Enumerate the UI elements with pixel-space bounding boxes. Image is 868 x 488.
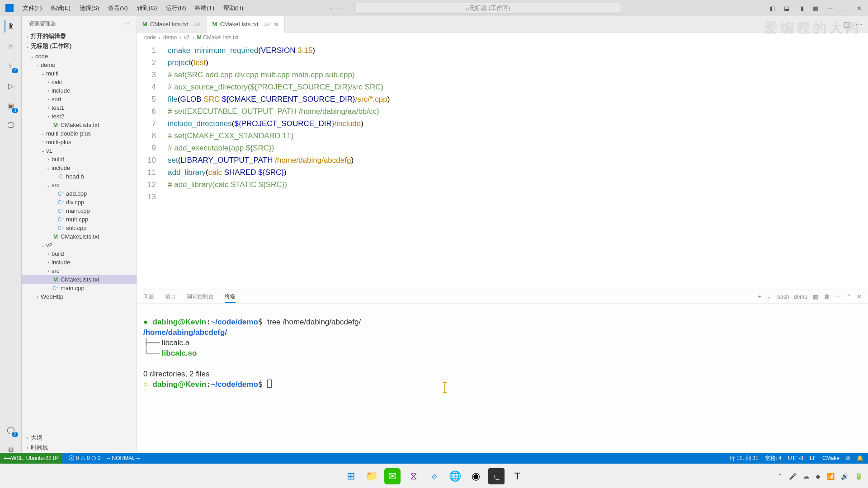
menu-item[interactable]: 转到(G) [133,3,161,13]
tree-folder[interactable]: ⌄demo [22,61,137,69]
remote-explorer-icon[interactable]: 🖵 [5,119,17,132]
status-encoding[interactable]: UTF-8 [788,455,803,461]
workspace-section[interactable]: ⌄无标题 (工作区) [22,41,137,51]
breadcrumb[interactable]: code›demo›v2›M CMakeLists.txt [137,33,868,42]
tray-volume-icon[interactable]: 🔊 [841,473,849,480]
code-editor[interactable]: 1 2 3 4 5 6 7 8 9 10 11 12 13 cmake_mini… [137,42,868,290]
status-indent[interactable]: 空格: 4 [765,455,782,462]
tree-file[interactable]: C⁺main.cpp [22,206,137,215]
tree-folder[interactable]: ›test2 [22,112,137,121]
breadcrumb-item[interactable]: demo [163,34,177,41]
open-editors-section[interactable]: ›打开的编辑器 [22,31,137,41]
menu-item[interactable]: 查看(V) [104,3,131,13]
close-tab-icon[interactable]: ✕ [274,21,279,28]
menu-item[interactable]: 文件(F) [19,3,46,13]
tree-file[interactable]: C⁺main.cpp [22,284,137,292]
menu-item[interactable]: 帮助(H) [220,3,247,13]
tree-file[interactable]: MCMakeLists.txt [22,121,137,129]
visualstudio-icon[interactable]: ⧖ [405,468,421,484]
run-debug-icon[interactable]: ▷ [5,80,17,92]
editor-tab[interactable]: MCMakeLists.txt .../v1 [137,16,207,33]
tray-app-icon[interactable]: ◆ [816,473,821,480]
maximize-panel-icon[interactable]: ⌃ [846,293,851,300]
tree-folder[interactable]: ⌄code [22,52,137,61]
editor-tab[interactable]: MCMakeLists.txt .../v2✕ [207,16,285,33]
tree-folder[interactable]: ›src [22,267,137,275]
breadcrumb-item[interactable]: v2 [184,34,190,41]
status-cursor-pos[interactable]: 行 11, 列 31 [730,455,759,462]
code-content[interactable]: cmake_minimum_required(VERSION 3.15) pro… [164,42,868,290]
tree-file[interactable]: MCMakeLists.txt [22,275,137,284]
source-control-icon[interactable]: ⑂2 [5,60,17,72]
menu-item[interactable]: 终端(T) [191,3,218,13]
tree-folder[interactable]: ⌄v1 [22,146,137,155]
wechat-icon[interactable]: ✉ [384,468,401,484]
panel-tab[interactable]: 输出 [165,291,176,303]
tree-folder[interactable]: ›sort [22,95,137,103]
terminal-dropdown-icon[interactable]: ⌄ [767,293,772,300]
tree-folder[interactable]: ›test1 [22,103,137,112]
kill-terminal-icon[interactable]: 🗑 [824,293,830,300]
status-language[interactable]: CMake [822,455,840,461]
tree-folder[interactable]: ›build [22,155,137,164]
tree-folder[interactable]: ⌄src [22,181,137,189]
status-feedback-icon[interactable]: ⊘ [846,455,850,461]
start-icon[interactable]: ⊞ [343,468,359,484]
close-icon[interactable]: ✕ [855,5,863,12]
command-center-search[interactable]: ⌕ 无标题 (工作区) [354,3,621,14]
tray-chevron-icon[interactable]: ⌃ [777,473,783,480]
status-eol[interactable]: LF [810,455,816,461]
tray-battery-icon[interactable]: 🔋 [855,473,863,480]
tree-folder[interactable]: ›WebHttp [22,292,137,301]
extensions-icon[interactable]: ▣3 [5,99,17,112]
layout-sidebar-right-icon[interactable]: ◨ [797,5,805,12]
panel-tab[interactable]: 终端 [225,291,236,303]
tree-folder[interactable]: ›build [22,249,137,258]
tree-folder[interactable]: ›multi-plus [22,138,137,146]
tray-onedrive-icon[interactable]: ☁ [803,473,809,480]
panel-tab[interactable]: 调试控制台 [187,291,214,303]
search-icon[interactable]: ⌕ [5,40,17,52]
more-icon[interactable]: ⋯ [835,293,841,300]
sidebar-more-icon[interactable]: ⋯ [124,21,129,27]
split-terminal-icon[interactable]: ▥ [813,293,818,300]
breadcrumb-item[interactable]: M CMakeLists.txt [197,34,239,41]
tree-file[interactable]: C⁺div.cpp [22,198,137,206]
tree-folder[interactable]: ›include [22,86,137,95]
explorer-icon[interactable]: 📁 [363,468,380,484]
layout-panel-icon[interactable]: ⬓ [783,5,790,12]
menu-item[interactable]: 选择(S) [76,3,103,13]
tray-mic-icon[interactable]: 🎤 [789,473,797,480]
menu-item[interactable]: 编辑(E) [47,3,74,13]
tree-folder[interactable]: ⌄multi [22,69,137,78]
maximize-icon[interactable]: □ [841,5,848,12]
layout-sidebar-left-icon[interactable]: ◧ [769,5,776,12]
terminal[interactable]: ● dabing@Kevin:~/code/demo$ tree /home/d… [137,304,868,461]
edge-icon[interactable]: 🌐 [447,468,463,484]
tree-folder[interactable]: ⌄include [22,164,137,172]
tree-file[interactable]: Chead.h [22,172,137,181]
tree-folder[interactable]: ⌄v2 [22,241,137,249]
minimize-icon[interactable]: — [826,5,834,12]
menu-item[interactable]: 运行(R) [162,3,189,13]
terminal-label[interactable]: bash - demo [777,294,807,300]
tree-file[interactable]: C⁺add.cpp [22,189,137,198]
breadcrumb-item[interactable]: code [144,34,156,41]
tray-wifi-icon[interactable]: 📶 [827,473,835,480]
nav-back-icon[interactable]: ← [328,5,334,12]
status-bell-icon[interactable]: 🔔 [857,455,863,461]
layout-customize-icon[interactable]: ▦ [812,5,819,12]
tree-folder[interactable]: ›include [22,258,137,267]
nav-forward-icon[interactable]: → [338,5,344,12]
text-app-icon[interactable]: T [509,468,525,484]
timeline-section[interactable]: ›时间线 [22,443,137,453]
outline-section[interactable]: ›大纲 [22,433,137,443]
tree-file[interactable]: MCMakeLists.txt [22,232,137,241]
tree-folder[interactable]: ›multi-double-plus [22,129,137,138]
terminal-icon[interactable]: ›_ [488,468,505,484]
tree-folder[interactable]: ›calc [22,78,137,86]
new-terminal-icon[interactable]: + [758,293,762,300]
status-errors[interactable]: ⓧ 0 ⚠ 0 ⬡ 0 [69,455,100,462]
vscode-icon[interactable]: ⟐ [426,468,442,484]
account-icon[interactable]: ◯2 [5,423,17,436]
